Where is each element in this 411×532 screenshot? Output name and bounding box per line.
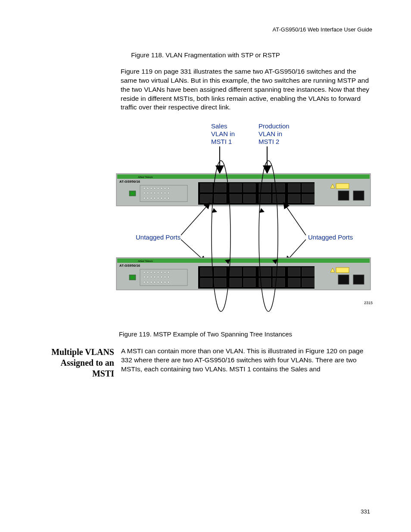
label-prod-2: VLAN in: [258, 130, 282, 137]
svg-point-17: [164, 192, 166, 194]
svg-rect-85: [230, 268, 242, 276]
label-sales-3: MSTI 1: [211, 138, 232, 145]
svg-point-28: [131, 193, 133, 194]
svg-point-57: [147, 271, 149, 273]
svg-rect-43: [273, 194, 285, 203]
switch-brand-1: Allied Telesis: [137, 176, 153, 178]
svg-rect-86: [243, 268, 255, 276]
figure-119-diagram: Sales VLAN in MSTI 1 Production VLAN in …: [114, 120, 372, 322]
svg-point-25: [164, 197, 166, 199]
svg-point-24: [161, 197, 162, 199]
svg-rect-32: [230, 184, 242, 192]
svg-point-23: [157, 197, 159, 199]
svg-point-70: [164, 276, 166, 278]
svg-point-5: [150, 187, 152, 189]
section-multiple-vlans: Multiple VLANS Assigned to an MSTI A MST…: [39, 347, 372, 379]
svg-point-21: [150, 197, 152, 199]
svg-point-79: [168, 281, 169, 283]
svg-rect-92: [214, 278, 226, 287]
svg-point-71: [168, 276, 169, 278]
svg-rect-90: [302, 268, 314, 276]
svg-rect-44: [288, 194, 300, 203]
svg-rect-42: [259, 194, 271, 203]
svg-rect-91: [200, 278, 212, 287]
svg-point-73: [147, 281, 149, 283]
svg-line-49: [181, 204, 209, 235]
svg-point-7: [157, 187, 159, 189]
switch-model-2: AT-GS950/16: [119, 264, 140, 268]
svg-point-26: [168, 197, 169, 199]
body-paragraph-1: Figure 119 on page 331 illustrates the s…: [121, 67, 372, 112]
svg-rect-97: [288, 278, 300, 287]
svg-rect-99: [338, 275, 349, 284]
svg-rect-101: [336, 268, 349, 273]
svg-rect-31: [214, 184, 226, 192]
svg-rect-89: [288, 268, 300, 276]
svg-point-63: [168, 271, 169, 273]
svg-point-76: [157, 281, 159, 283]
svg-rect-45: [302, 194, 314, 203]
svg-point-16: [161, 192, 162, 194]
svg-point-66: [150, 276, 152, 278]
svg-point-11: [143, 192, 145, 194]
label-prod-1: Production: [258, 122, 290, 130]
svg-marker-102: [212, 208, 217, 213]
svg-point-60: [157, 271, 159, 273]
svg-rect-98: [302, 278, 314, 287]
svg-point-8: [161, 187, 162, 189]
svg-rect-40: [230, 194, 242, 203]
svg-point-81: [131, 277, 133, 278]
svg-point-12: [147, 192, 149, 194]
svg-rect-93: [230, 278, 242, 287]
svg-point-3: [143, 187, 145, 189]
svg-point-58: [150, 271, 152, 273]
svg-rect-46: [338, 191, 349, 200]
svg-rect-96: [273, 278, 285, 287]
figure-119-caption: Figure 119. MSTP Example of Two Spanning…: [39, 330, 372, 339]
label-untagged-left: Untagged Ports: [136, 233, 181, 241]
svg-point-78: [164, 281, 166, 283]
svg-rect-38: [200, 194, 212, 203]
svg-rect-47: [353, 191, 364, 200]
svg-rect-30: [200, 184, 212, 192]
svg-point-72: [143, 281, 145, 283]
svg-point-19: [143, 197, 145, 199]
svg-rect-83: [200, 268, 212, 276]
section-body: A MSTI can contain more than one VLAN. T…: [121, 347, 372, 379]
switch-bottom: Allied Telesis AT-GS950/16: [116, 258, 371, 290]
svg-point-64: [143, 276, 145, 278]
label-sales-1: Sales: [211, 122, 227, 130]
svg-rect-94: [243, 278, 255, 287]
svg-rect-41: [243, 194, 255, 203]
svg-point-59: [154, 271, 156, 273]
figure-118-caption: Figure 118. VLAN Fragmentation with STP …: [39, 51, 372, 59]
running-header: AT-GS950/16 Web Interface User Guide: [39, 26, 372, 34]
label-prod-3: MSTI 2: [258, 138, 279, 145]
switch-model-1: AT-GS950/16: [119, 180, 140, 184]
document-page: AT-GS950/16 Web Interface User Guide Fig…: [0, 0, 411, 532]
svg-rect-48: [336, 184, 349, 189]
svg-point-68: [157, 276, 159, 278]
svg-point-62: [164, 271, 166, 273]
svg-point-10: [168, 187, 169, 189]
svg-point-61: [161, 271, 162, 273]
svg-rect-1: [117, 174, 370, 179]
svg-point-65: [147, 276, 149, 278]
svg-point-77: [161, 281, 162, 283]
svg-line-51: [284, 204, 306, 235]
svg-point-20: [147, 197, 149, 199]
switch-top: Allied Telesis AT-GS950/16: [116, 174, 371, 206]
svg-rect-54: [117, 258, 370, 263]
svg-point-69: [161, 276, 162, 278]
svg-rect-87: [259, 268, 271, 276]
svg-rect-88: [273, 268, 285, 276]
svg-rect-39: [214, 194, 226, 203]
svg-rect-36: [288, 184, 300, 192]
page-number: 331: [361, 508, 370, 516]
svg-rect-33: [243, 184, 255, 192]
svg-rect-35: [273, 184, 285, 192]
svg-point-6: [154, 187, 156, 189]
diagram-figure-id: 2315: [364, 301, 373, 305]
svg-rect-37: [302, 184, 314, 192]
svg-point-13: [150, 192, 152, 194]
